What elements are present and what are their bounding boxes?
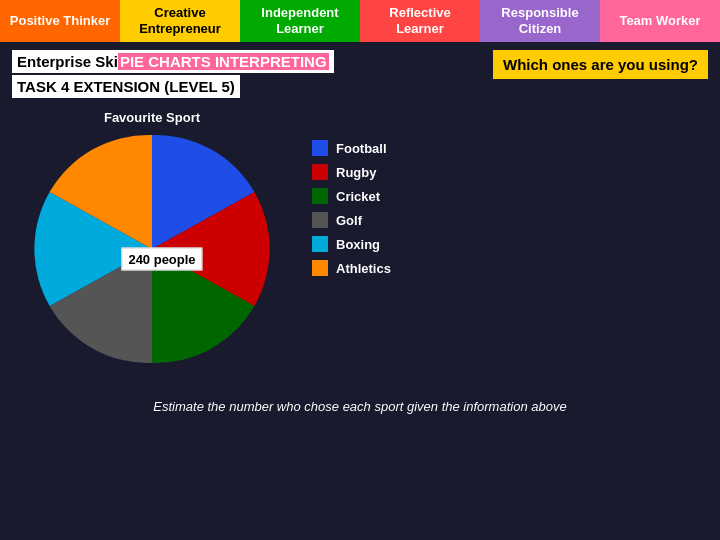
tab-responsible-citizen[interactable]: Responsible Citizen bbox=[480, 0, 600, 42]
header-tabs: Positive Thinker Creative Entrepreneur I… bbox=[0, 0, 720, 42]
chart-wrapper: Favourite Sport 240 people bbox=[12, 110, 292, 389]
tab-independent-learner[interactable]: Independent Learner bbox=[240, 0, 360, 42]
chart-legend: Football Rugby Cricket Golf Boxing Athle… bbox=[312, 140, 391, 284]
legend-label-athletics: Athletics bbox=[336, 261, 391, 276]
tab-reflective-learner-label: Reflective Learner bbox=[364, 5, 476, 36]
legend-color-rugby bbox=[312, 164, 328, 180]
tab-positive-thinker-label: Positive Thinker bbox=[10, 13, 110, 29]
task-banner: TASK 4 EXTENSION (LEVEL 5) bbox=[12, 75, 240, 98]
legend-cricket: Cricket bbox=[312, 188, 391, 204]
legend-color-cricket bbox=[312, 188, 328, 204]
legend-label-rugby: Rugby bbox=[336, 165, 376, 180]
legend-rugby: Rugby bbox=[312, 164, 391, 180]
legend-golf: Golf bbox=[312, 212, 391, 228]
legend-athletics: Athletics bbox=[312, 260, 391, 276]
chart-section: Favourite Sport 240 people bbox=[12, 110, 708, 389]
legend-label-football: Football bbox=[336, 141, 387, 156]
tab-independent-learner-label: Independent Learner bbox=[244, 5, 356, 36]
top-left: Enterprise SkiPIE CHARTS INTERPRETING TA… bbox=[12, 50, 493, 104]
task-line: TASK 4 EXTENSION (LEVEL 5) bbox=[12, 75, 493, 98]
tab-positive-thinker[interactable]: Positive Thinker bbox=[0, 0, 120, 42]
enterprise-line: Enterprise SkiPIE CHARTS INTERPRETING bbox=[12, 50, 493, 73]
tab-creative-entrepreneur[interactable]: Creative Entrepreneur bbox=[120, 0, 240, 42]
tab-responsible-citizen-label: Responsible Citizen bbox=[484, 5, 596, 36]
tab-creative-entrepreneur-label: Creative Entrepreneur bbox=[124, 5, 236, 36]
legend-label-golf: Golf bbox=[336, 213, 362, 228]
tab-team-worker[interactable]: Team Worker bbox=[600, 0, 720, 42]
legend-color-athletics bbox=[312, 260, 328, 276]
footer-text: Estimate the number who chose each sport… bbox=[12, 399, 708, 414]
legend-football: Football bbox=[312, 140, 391, 156]
legend-color-football bbox=[312, 140, 328, 156]
legend-color-golf bbox=[312, 212, 328, 228]
legend-color-boxing bbox=[312, 236, 328, 252]
which-ones-banner: Which ones are you using? bbox=[493, 50, 708, 79]
tab-team-worker-label: Team Worker bbox=[619, 13, 700, 29]
enterprise-skills-banner: Enterprise SkiPIE CHARTS INTERPRETING bbox=[12, 50, 334, 73]
pie-chart-container: 240 people bbox=[32, 129, 292, 389]
tab-reflective-learner[interactable]: Reflective Learner bbox=[360, 0, 480, 42]
top-section: Enterprise SkiPIE CHARTS INTERPRETING TA… bbox=[12, 50, 708, 104]
legend-label-cricket: Cricket bbox=[336, 189, 380, 204]
pie-center-label: 240 people bbox=[121, 248, 202, 271]
legend-boxing: Boxing bbox=[312, 236, 391, 252]
legend-label-boxing: Boxing bbox=[336, 237, 380, 252]
which-ones-text: Which ones are you using? bbox=[503, 56, 698, 73]
chart-title: Favourite Sport bbox=[12, 110, 292, 125]
main-content: Enterprise SkiPIE CHARTS INTERPRETING TA… bbox=[0, 42, 720, 422]
